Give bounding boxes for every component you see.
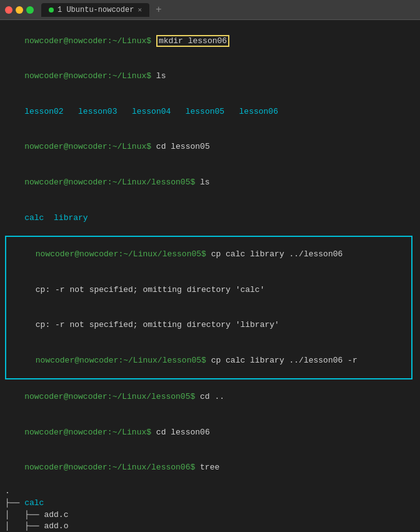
- terminal-line: nowcoder@nowcoder:~/Linux$ cd lesson06: [5, 415, 415, 451]
- tree-item: ├── calc: [5, 498, 415, 509]
- title-bar: 1 Ubuntu-nowcoder ✕ +: [0, 0, 420, 20]
- maximize-button[interactable]: [26, 6, 34, 14]
- terminal-line: nowcoder@nowcoder:~/Linux/lesson05$ cd .…: [5, 379, 415, 415]
- add-tab-button[interactable]: +: [156, 4, 162, 16]
- tab-indicator: [49, 8, 54, 13]
- terminal-line: cp: -r not specified; omitting directory…: [6, 308, 411, 343]
- terminal-line: calc library: [5, 201, 415, 236]
- tab-label: 1 Ubuntu-nowcoder: [58, 6, 134, 14]
- terminal-line: nowcoder@nowcoder:~/Linux$ cd lesson05: [5, 130, 415, 166]
- terminal-line: nowcoder@nowcoder:~/Linux/lesson05$ cp c…: [6, 343, 411, 379]
- highlight-mkdir: mkdir lesson06: [156, 35, 229, 47]
- traffic-lights: [5, 6, 34, 14]
- terminal-line: nowcoder@nowcoder:~/Linux$ ls: [5, 59, 415, 95]
- tree-item: │ ├── add.o: [5, 521, 415, 532]
- terminal-line: nowcoder@nowcoder:~/Linux/lesson06$ tree: [5, 450, 415, 486]
- terminal-line: nowcoder@nowcoder:~/Linux/lesson05$ ls: [5, 165, 415, 201]
- terminal-line: nowcoder@nowcoder:~/Linux$ mkdir lesson0…: [5, 24, 415, 59]
- minimize-button[interactable]: [16, 6, 23, 14]
- tree-root: .: [5, 486, 415, 498]
- cyan-highlight-box: nowcoder@nowcoder:~/Linux/lesson05$ cp c…: [5, 236, 412, 379]
- tab-close-button[interactable]: ✕: [138, 6, 142, 14]
- close-button[interactable]: [5, 6, 12, 14]
- terminal-line: cp: -r not specified; omitting directory…: [6, 273, 411, 308]
- terminal-line: lesson02 lesson03 lesson04 lesson05 less…: [5, 94, 415, 130]
- prompt: nowcoder@nowcoder:~/Linux$: [24, 36, 151, 46]
- tree-item: │ ├── add.c: [5, 509, 415, 521]
- terminal-tab[interactable]: 1 Ubuntu-nowcoder ✕: [41, 3, 149, 17]
- terminal-area[interactable]: nowcoder@nowcoder:~/Linux$ mkdir lesson0…: [0, 20, 420, 532]
- terminal-line: nowcoder@nowcoder:~/Linux/lesson05$ cp c…: [6, 237, 411, 273]
